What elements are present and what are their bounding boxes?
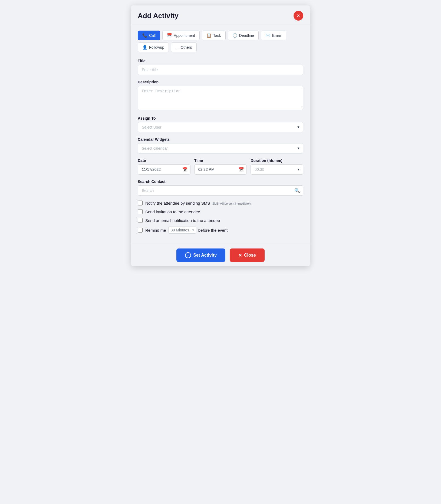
modal-body: 📞 Call 📅 Appointment 📋 Task 🕐 Deadline ✉…: [131, 25, 310, 244]
remind-me-checkbox[interactable]: [138, 228, 143, 233]
plus-circle-icon: +: [185, 252, 191, 258]
search-contact-wrapper: 🔍: [138, 185, 303, 196]
tab-deadline[interactable]: 🕐 Deadline: [228, 31, 259, 40]
assign-to-wrapper: Select User ▼: [138, 122, 303, 132]
tab-deadline-label: Deadline: [239, 33, 254, 38]
remind-suffix: before the event: [198, 228, 228, 233]
time-group: Time 📅: [194, 158, 247, 175]
modal-title: Add Activity: [138, 12, 179, 20]
modal-header: Add Activity ×: [131, 5, 310, 25]
followup-icon: 👤: [142, 45, 147, 50]
remind-minutes-select[interactable]: 30 Minutes: [168, 227, 196, 234]
date-input-wrapper: 📅: [138, 164, 190, 175]
set-activity-button[interactable]: + Set Activity: [176, 248, 225, 262]
modal-footer: + Set Activity ✕ Close: [131, 244, 310, 266]
time-label: Time: [194, 158, 247, 163]
tab-others-label: Others: [181, 45, 192, 50]
duration-select[interactable]: 00:30: [251, 164, 303, 175]
set-activity-label: Set Activity: [193, 253, 217, 258]
description-label: Description: [138, 80, 303, 84]
deadline-icon: 🕐: [232, 33, 238, 38]
checkbox-group: Notify the attendee by sending SMS SMS w…: [138, 201, 303, 234]
date-input[interactable]: [138, 164, 190, 175]
assign-to-select[interactable]: Select User: [138, 122, 303, 132]
search-contact-label: Search Contact: [138, 179, 303, 184]
close-label: Close: [244, 253, 256, 258]
tab-call-label: Call: [149, 33, 156, 38]
assign-to-label: Assign To: [138, 116, 303, 120]
duration-label: Duration (hh:mm): [251, 158, 303, 163]
task-icon: 📋: [206, 33, 212, 38]
add-activity-modal: Add Activity × 📞 Call 📅 Appointment 📋 Ta…: [131, 5, 310, 266]
close-button[interactable]: ✕ Close: [230, 248, 265, 262]
send-email-checkbox[interactable]: [138, 218, 143, 223]
email-icon: ✉️: [265, 33, 271, 38]
date-group: Date 📅: [138, 158, 190, 175]
calendar-label: Calendar Widgets: [138, 137, 303, 142]
send-invitation-label: Send invitation to the attendee: [145, 210, 200, 214]
date-label: Date: [138, 158, 190, 163]
notify-sms-checkbox[interactable]: [138, 201, 143, 205]
notify-sms-item: Notify the attendee by sending SMS SMS w…: [138, 201, 303, 205]
others-icon: ···: [176, 45, 179, 50]
duration-group: Duration (hh:mm) 00:30 ▼: [251, 158, 303, 175]
time-input-wrapper: 📅: [194, 164, 247, 175]
tab-email[interactable]: ✉️ Email: [261, 31, 286, 40]
tab-email-label: Email: [272, 33, 282, 38]
remind-select-wrapper: 30 Minutes ▼: [168, 227, 196, 234]
calendar-select[interactable]: Select calendar: [138, 143, 303, 153]
calendar-wrapper: Select calendar ▼: [138, 143, 303, 153]
notify-sms-label: Notify the attendee by sending SMS SMS w…: [145, 201, 252, 205]
time-input[interactable]: [194, 164, 247, 175]
send-invitation-item: Send invitation to the attendee: [138, 209, 303, 214]
tab-appointment-label: Appointment: [174, 33, 195, 38]
tab-followup-label: Followup: [149, 45, 164, 50]
tab-appointment[interactable]: 📅 Appointment: [162, 31, 200, 40]
date-time-row: Date 📅 Time 📅 Duration (hh:mm) 00:30: [138, 158, 303, 175]
close-x-icon: ✕: [238, 253, 242, 258]
tab-followup[interactable]: 👤 Followup: [138, 42, 169, 52]
sms-note: SMS will be sent immediately.: [212, 202, 251, 205]
appointment-icon: 📅: [167, 33, 172, 38]
calendar-group: Calendar Widgets Select calendar ▼: [138, 137, 303, 153]
send-invitation-checkbox[interactable]: [138, 209, 143, 214]
tab-call[interactable]: 📞 Call: [138, 31, 160, 40]
tab-task-label: Task: [213, 33, 221, 38]
activity-tabs: 📞 Call 📅 Appointment 📋 Task 🕐 Deadline ✉…: [138, 31, 303, 52]
send-email-label: Send an email notification to the attend…: [145, 218, 220, 223]
call-icon: 📞: [142, 33, 147, 38]
tab-task[interactable]: 📋 Task: [202, 31, 226, 40]
title-group: Title: [138, 59, 303, 75]
search-contact-input[interactable]: [138, 185, 303, 196]
close-x-button[interactable]: ×: [294, 11, 303, 21]
send-email-item: Send an email notification to the attend…: [138, 218, 303, 223]
remind-me-item: Remind me 30 Minutes ▼ before the event: [138, 227, 303, 234]
tab-others[interactable]: ··· Others: [171, 42, 197, 52]
search-contact-group: Search Contact 🔍: [138, 179, 303, 196]
title-label: Title: [138, 59, 303, 63]
description-textarea[interactable]: [138, 86, 303, 110]
remind-me-label: Remind me: [145, 228, 166, 233]
remind-row: Remind me 30 Minutes ▼ before the event: [145, 227, 228, 234]
title-input[interactable]: [138, 65, 303, 75]
assign-to-group: Assign To Select User ▼: [138, 116, 303, 132]
duration-wrapper: 00:30 ▼: [251, 164, 303, 175]
description-group: Description: [138, 80, 303, 111]
